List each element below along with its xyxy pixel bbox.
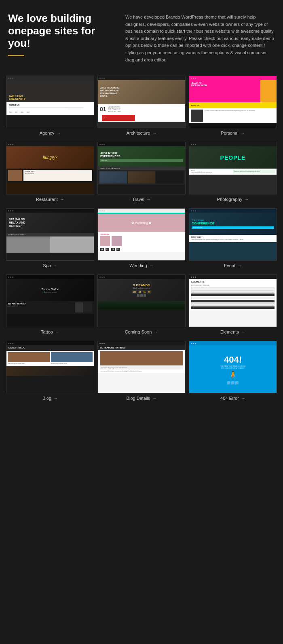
arch-thumbnail[interactable]: ARCHITECTUREBEGINS WHEREENGINEERINGENDS.…: [97, 76, 186, 128]
travel-thumbnail[interactable]: ADVENTUREEXPERIENCES EXPLORE TRAVEL TOUR…: [97, 142, 186, 194]
coming-social-3: [144, 294, 146, 297]
demo-restaurant[interactable]: hungry? RESTAURANTMenu items here Restau…: [6, 142, 94, 207]
header-section: We love building onepage sites for you! …: [0, 0, 283, 72]
agency-arrow: →: [56, 131, 61, 135]
travel-label[interactable]: Travel →: [97, 194, 186, 207]
demo-event[interactable]: THE ANNUAL CONFERENCE REGISTER NOW ABOUT…: [189, 208, 277, 273]
bd-body: Lorem ipsum dolor sit amet consectetur a…: [100, 370, 183, 372]
spa-label[interactable]: Spa →: [6, 261, 94, 273]
grid-row-1: AWESOMECREATIVITY ABOUT US 785 581 385 1…: [6, 76, 277, 140]
photography-label[interactable]: Photography →: [189, 194, 277, 207]
spa-thumbnail[interactable]: SPA SALONRELAX ANDREFRESH WHAT DO YOU NE…: [6, 208, 94, 261]
demo-blog[interactable]: LATEST BLOG Blog post title here lorem i…: [6, 341, 94, 405]
demo-blog-details[interactable]: BIG HEADLINE FOR BLOG "Quote from blog p…: [97, 341, 186, 405]
event-desc: Lorem ipsum dolor sit amet consectetur a…: [191, 239, 275, 241]
demo-spa[interactable]: SPA SALONRELAX ANDREFRESH WHAT DO YOU NE…: [6, 208, 94, 273]
coming-text: We'll be back soon!: [133, 287, 150, 289]
blog-title: LATEST BLOG: [8, 346, 92, 349]
coming-thumbnail[interactable]: B BRANDO We'll be back soon! 137 23 41 4…: [97, 274, 186, 327]
elements-label[interactable]: Elements →: [189, 327, 277, 339]
blog-details-label[interactable]: Blog Details →: [97, 393, 186, 405]
tattoo-sub: ⚓ anchor symbol: [44, 291, 57, 293]
tattoo-brando: WE ARE BRANDO: [8, 302, 74, 305]
wedding-arrow: →: [149, 263, 154, 268]
wedding-label[interactable]: Wedding →: [97, 261, 186, 273]
elem-row-4: [191, 297, 275, 299]
demo-coming-soon[interactable]: B BRANDO We'll be back soon! 137 23 41 4…: [97, 274, 186, 339]
coming-social-2: [140, 294, 143, 297]
restaurant-thumbnail[interactable]: hungry? RESTAURANTMenu items here: [6, 142, 94, 194]
arch-arrow: →: [152, 131, 156, 135]
blog-details-thumbnail[interactable]: BIG HEADLINE FOR BLOG "Quote from blog p…: [97, 341, 186, 393]
elem-row-2: [191, 290, 275, 293]
404-thumbnail[interactable]: 404! THE PAGE YOU WERE LOOKINGFOR DOESN'…: [189, 341, 277, 393]
tattoo-thumbnail[interactable]: Tattoo Salon ⚓ anchor symbol WE ARE BRAN…: [6, 274, 94, 327]
agency-thumbnail[interactable]: AWESOMECREATIVITY ABOUT US 785 581 385 1…: [6, 76, 94, 128]
header-description: We have developed Brando WordPress theme…: [125, 12, 275, 63]
error-social-2: [231, 381, 234, 384]
bd-main-img: [100, 351, 183, 365]
blog-bottom: [6, 366, 94, 376]
event-btn: REGISTER NOW: [192, 226, 274, 229]
coming-bg: [98, 301, 185, 309]
demo-404[interactable]: 404! THE PAGE YOU WERE LOOKINGFOR DOESN'…: [189, 341, 277, 405]
elem-row-7: [191, 306, 275, 309]
blog-post-2: Another post title lorem ipsum: [51, 352, 93, 365]
event-about-title: ABOUT EVENT: [191, 236, 275, 238]
coming-social-1: [137, 294, 139, 297]
travel-text: ADVENTUREEXPERIENCES: [100, 152, 183, 158]
elements-thumbnail[interactable]: ELEMENTS ACCORDION / TOGGLE: [189, 274, 277, 327]
grid-row-3: SPA SALONRELAX ANDREFRESH WHAT DO YOU NE…: [6, 208, 277, 273]
restaurant-label[interactable]: Restaurant →: [6, 194, 94, 207]
error-message: THE PAGE YOU WERE LOOKINGFOR DOESN'T SEE…: [220, 365, 245, 369]
elem-row-6: [191, 303, 275, 306]
demo-agency[interactable]: AWESOMECREATIVITY ABOUT US 785 581 385 1…: [6, 76, 94, 140]
agency-label[interactable]: Agency →: [6, 128, 94, 140]
post-text-2: Another post title lorem ipsum: [51, 363, 93, 365]
demo-travel[interactable]: ADVENTUREEXPERIENCES EXPLORE TRAVEL TOUR…: [97, 142, 186, 207]
404-arrow: →: [241, 396, 245, 401]
demo-wedding[interactable]: ✿ Wedding ✿ CEREMONY 39 21 14 22: [97, 208, 186, 273]
spa-text: SPA SALONRELAX ANDREFRESH: [9, 218, 91, 228]
wedding-thumbnail[interactable]: ✿ Wedding ✿ CEREMONY 39 21 14 22: [97, 208, 186, 261]
photography-thumbnail[interactable]: PEOPLE ABOUTLorem ipsum dolor sit amet c…: [189, 142, 277, 194]
header-left: We love building onepage sites for you!: [8, 12, 113, 56]
restaurant-arrow: →: [60, 197, 64, 202]
event-thumbnail[interactable]: THE ANNUAL CONFERENCE REGISTER NOW ABOUT…: [189, 208, 277, 261]
event-label[interactable]: Event →: [189, 261, 277, 273]
demo-architecture[interactable]: ARCHITECTUREBEGINS WHEREENGINEERINGENDS.…: [97, 76, 186, 140]
coming-mins: 41: [142, 290, 146, 293]
wedding-count-1: 39: [100, 248, 104, 251]
personal-yellow: ABOUT ME: [191, 104, 199, 106]
demo-personal[interactable]: HELLO, I'MANDREW SMITH ABOUT ME Lorem ip…: [189, 76, 277, 140]
elements-sub: ACCORDION / TOGGLE: [191, 284, 275, 286]
404-label[interactable]: 404 Error →: [189, 393, 277, 405]
demos-grid: AWESOMECREATIVITY ABOUT US 785 581 385 1…: [0, 72, 283, 411]
demo-elements[interactable]: ELEMENTS ACCORDION / TOGGLE Elements →: [189, 274, 277, 339]
restaurant-menu: RESTAURANTMenu items here: [25, 171, 91, 175]
elements-title: ELEMENTS: [191, 281, 275, 283]
blog-thumbnail[interactable]: LATEST BLOG Blog post title here lorem i…: [6, 341, 94, 393]
blog-label[interactable]: Blog →: [6, 393, 94, 405]
error-figure: 🧍: [228, 371, 237, 380]
tattoo-label[interactable]: Tattoo →: [6, 327, 94, 339]
arch-red-text: 44: [103, 117, 105, 119]
elem-row-5: [191, 300, 275, 302]
travel-arrow: →: [146, 197, 151, 202]
blog-post-1: Blog post title here lorem ipsum: [8, 352, 50, 365]
arch-label[interactable]: Architecture →: [97, 128, 186, 140]
elem-row-1: [191, 287, 275, 289]
demo-photography[interactable]: PEOPLE ABOUTLorem ipsum dolor sit amet c…: [189, 142, 277, 207]
personal-thumbnail[interactable]: HELLO, I'MANDREW SMITH ABOUT ME Lorem ip…: [189, 76, 277, 128]
tattoo-title: Tattoo Salon: [41, 287, 59, 291]
grid-row-4: Tattoo Salon ⚓ anchor symbol WE ARE BRAN…: [6, 274, 277, 339]
demo-tattoo[interactable]: Tattoo Salon ⚓ anchor symbol WE ARE BRAN…: [6, 274, 94, 339]
personal-label[interactable]: Personal →: [189, 128, 277, 140]
photo-quote: "Quote text goes here for photography si…: [234, 171, 275, 172]
event-annual: THE ANNUAL: [192, 219, 274, 222]
coming-secs: 44: [147, 290, 151, 293]
coming-label[interactable]: Coming Soon →: [97, 327, 186, 339]
agency-hero-text: AWESOMECREATIVITY: [9, 95, 25, 101]
arch-num: 01: [100, 106, 106, 112]
personal-about: Lorem ipsum dolor sit amet consectetur a…: [205, 110, 275, 122]
